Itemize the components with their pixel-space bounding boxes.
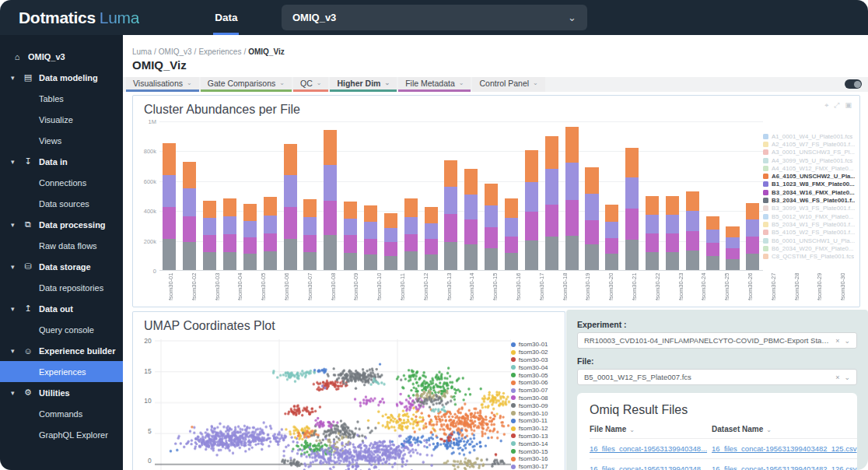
sidebar-item-data-storage[interactable]: ▾⛁Data storage — [0, 256, 123, 277]
zoom-icon[interactable]: ⌖ — [824, 102, 828, 109]
breadcrumb-part[interactable]: OMIQ_v3 — [159, 47, 192, 56]
pan-icon[interactable]: ⤢ — [834, 102, 839, 109]
sidebar-item-experiences[interactable]: Experiences — [0, 361, 123, 382]
tab-higher-dim[interactable]: Higher Dim⌄ — [330, 77, 397, 92]
caret-down-icon[interactable]: ▾ — [11, 305, 22, 313]
clear-icon[interactable]: × — [835, 374, 839, 381]
camera-icon[interactable]: ▣ — [845, 102, 852, 109]
bar-column — [521, 121, 541, 270]
legend-item[interactable]: B1_1023_W8_FMX_Plate00... — [763, 181, 855, 188]
legend-dot — [511, 419, 516, 423]
sidebar-item-experience-builder[interactable]: ▾☺Experience builder — [0, 340, 123, 361]
sidebar-item-views[interactable]: Views — [0, 130, 123, 151]
tab-gate-comparisons[interactable]: Gate Comparisons⌄ — [201, 77, 292, 92]
bar-column — [380, 121, 401, 270]
umap-y-axis: 05101520 — [138, 339, 155, 467]
bar-column — [180, 121, 200, 270]
legend-item[interactable]: fsom30-10 — [511, 409, 562, 417]
legend-dot — [511, 373, 516, 377]
nav-data[interactable]: Data — [215, 0, 237, 35]
table-column-header[interactable]: Dataset Name⌄ — [712, 425, 857, 439]
tab-file-metadata[interactable]: File Metadata⌄ — [398, 77, 471, 92]
legend-item[interactable]: A2_4105_W7_FS_Plate001.f... — [763, 140, 855, 148]
sidebar-item-data-sources[interactable]: Data sources — [0, 193, 123, 214]
legend-item[interactable]: B5_0012_W10_FMX_Plate0... — [763, 212, 855, 220]
file-link[interactable]: 16_files_concat-195631399403482_125.csv — [712, 444, 856, 453]
breadcrumb[interactable]: Luma/OMIQ_v3/Experiences/OMIQ_Viz — [132, 47, 285, 56]
sort-chevron-icon[interactable]: ⌄ — [766, 426, 772, 433]
legend-item[interactable]: A4_4105_W12_FMX_Plate0... — [763, 164, 855, 172]
sidebar-item-graphql-explorer[interactable]: GraphQL Explorer — [0, 424, 123, 445]
sidebar-item-data-in[interactable]: ▾↧Data in — [0, 151, 123, 172]
legend-item[interactable]: B6_2034_W20_FMX_Plate0... — [763, 244, 855, 252]
legend-item[interactable]: B5_2034_W1_FS_Plate001.f... — [763, 220, 855, 228]
legend-item[interactable]: fsom30-13 — [511, 433, 562, 440]
caret-down-icon[interactable]: ▾ — [11, 158, 22, 166]
legend-item[interactable]: fsom30-08 — [511, 395, 562, 402]
file-link[interactable]: 16_files_concat-195631399403482_126.csv — [712, 465, 856, 470]
tab-control-panel[interactable]: Control Panel⌄ — [472, 77, 544, 92]
sidebar-item-data-out[interactable]: ▾↥Data out — [0, 298, 123, 319]
legend-item[interactable]: A3_0001_UNSCHW3_FS_Pl... — [763, 149, 855, 156]
legend-item[interactable]: fsom30-14 — [511, 440, 562, 447]
legend-item[interactable]: B3_2034_W16_FMX_Plate0... — [763, 188, 855, 196]
legend-item[interactable]: fsom30-01 — [511, 341, 562, 349]
legend-item[interactable]: A4_3099_W5_U_Plate001.fcs — [763, 156, 855, 164]
chevron-down-icon: ⌄ — [459, 81, 464, 86]
legend-item[interactable]: fsom30-03 — [511, 356, 562, 364]
legend-item[interactable]: fsom30-06 — [511, 379, 562, 387]
breadcrumb-part[interactable]: Luma — [132, 47, 152, 56]
bar-segment — [425, 239, 438, 254]
sidebar-item-tables[interactable]: Tables — [0, 88, 123, 109]
bar-column — [159, 121, 180, 270]
legend-item[interactable]: B6_0001_UNSCHW1_U_Pla... — [763, 237, 855, 244]
file-select[interactable]: B5_0001_W12_FS_Plate007.fcs × ⌄ — [577, 369, 857, 385]
legend-item[interactable]: fsom30-07 — [511, 387, 562, 395]
legend-item[interactable]: fsom30-05 — [511, 371, 562, 379]
legend-item[interactable]: fsom30-12 — [511, 425, 562, 433]
legend-item[interactable]: fsom30-17 — [511, 463, 562, 470]
legend-item[interactable]: A1_0001_W4_U_Plate001.fcs — [763, 132, 855, 140]
legend-item[interactable]: fsom30-15 — [511, 447, 562, 455]
caret-down-icon[interactable]: ▾ — [11, 221, 22, 229]
file-link[interactable]: 16_files_concat-19563139940348... — [590, 444, 707, 453]
theme-toggle[interactable] — [845, 79, 862, 89]
control-panel: Experiment : RR10003_CVD101-04_INFLAMPAN… — [566, 310, 868, 470]
legend-item[interactable]: A6_4105_UNSCHW2_U_Pla... — [763, 172, 855, 180]
sort-chevron-icon[interactable]: ⌄ — [629, 426, 635, 433]
sidebar-item-query-console[interactable]: Query console — [0, 319, 123, 340]
legend-item[interactable]: B3_2034_W6_FS_Plate001.f... — [763, 196, 855, 204]
legend-item[interactable]: fsom30-11 — [511, 417, 562, 425]
experiment-select[interactable]: RR10003_CVD101-04_INFLAMPANELCYTO-COVID_… — [577, 332, 857, 349]
legend-item[interactable]: B5_4105_W2_FS_Plate001.f... — [763, 229, 855, 237]
legend-dot — [511, 433, 516, 438]
sidebar-item-data-modeling[interactable]: ▾▤Data modeling — [0, 67, 123, 88]
sidebar-item-data-processing[interactable]: ▾⧉Data processing — [0, 214, 123, 235]
clear-icon[interactable]: × — [835, 337, 839, 345]
sidebar-item-raw-data-flows[interactable]: Raw data flows — [0, 235, 123, 256]
caret-down-icon[interactable]: ▾ — [11, 263, 22, 271]
legend-item[interactable]: fsom30-16 — [511, 455, 562, 463]
tab-visualisations[interactable]: Visualisations⌄ — [126, 77, 199, 92]
environment-dropdown[interactable]: OMIQ_v3 ⌄ — [282, 5, 587, 30]
sidebar-item-data-repositories[interactable]: Data repositories — [0, 277, 123, 298]
legend-item[interactable]: fsom30-04 — [511, 363, 562, 371]
sidebar-item-commands[interactable]: Commands — [0, 403, 123, 424]
caret-down-icon[interactable]: ▾ — [11, 74, 22, 82]
caret-down-icon[interactable]: ▾ — [11, 347, 22, 355]
bar-segment — [344, 253, 357, 270]
sidebar-item-omiq-v3[interactable]: ⌂OMIQ_v3 — [0, 46, 123, 67]
breadcrumb-part[interactable]: Experiences — [198, 47, 241, 56]
legend-item[interactable]: fsom30-09 — [511, 402, 562, 409]
file-link[interactable]: 16_files_concat-19563139940348... — [590, 465, 707, 470]
legend-item[interactable]: B3_3099_W3_FS_Plate001.f... — [763, 205, 855, 212]
legend-swatch — [763, 198, 768, 203]
caret-down-icon[interactable]: ▾ — [11, 389, 22, 397]
sidebar-item-utilities[interactable]: ▾⚙Utilities — [0, 382, 123, 403]
sidebar-item-visualize[interactable]: Visualize — [0, 109, 123, 130]
sidebar-item-connections[interactable]: Connections — [0, 172, 123, 193]
legend-item[interactable]: C8_QCSTIM_FS_Plate001.fcs — [763, 252, 855, 260]
tab-qc[interactable]: QC⌄ — [293, 77, 328, 92]
table-column-header[interactable]: File Name⌄ — [590, 425, 712, 439]
legend-item[interactable]: fsom30-02 — [511, 349, 562, 356]
